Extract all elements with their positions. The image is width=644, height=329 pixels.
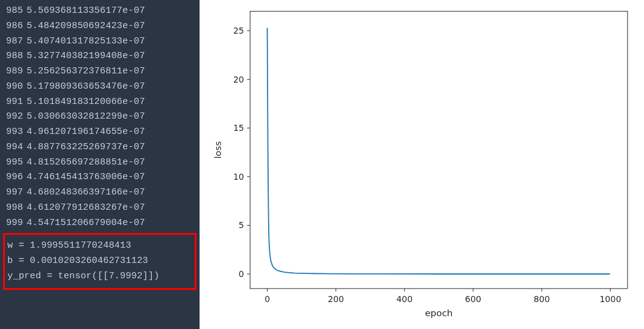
log-epoch: 999: [6, 216, 23, 231]
log-line: 9855.569368113356177e-07: [6, 4, 200, 19]
x-axis-label: epoch: [425, 308, 452, 319]
y-tick-label: 0: [239, 269, 244, 279]
log-epoch: 991: [6, 95, 23, 110]
log-loss-value: 4.887763225269737e-07: [27, 142, 145, 152]
y-axis-label: loss: [212, 141, 223, 159]
log-line: 9944.887763225269737e-07: [6, 140, 200, 155]
loss-curve: [268, 28, 610, 274]
y-tick-label: 20: [233, 75, 244, 84]
chart-panel: 020040060080010000510152025epochloss: [200, 0, 644, 329]
log-line: 9994.547151206679004e-07: [6, 216, 200, 231]
log-epoch: 996: [6, 170, 23, 185]
x-tick-label: 800: [534, 294, 550, 304]
log-epoch: 989: [6, 64, 23, 79]
x-tick-label: 200: [328, 294, 344, 304]
log-line: 9925.030663032812299e-07: [6, 109, 200, 125]
log-line: 9885.327740382199408e-07: [6, 49, 200, 64]
x-tick-label: 1000: [599, 294, 621, 304]
training-log: 9855.569368113356177e-079865.48420985069…: [0, 0, 200, 231]
log-epoch: 994: [6, 140, 23, 155]
y-tick-label: 15: [233, 123, 244, 133]
log-epoch: 997: [6, 185, 23, 201]
log-loss-value: 4.680248366397166e-07: [27, 187, 145, 198]
log-line: 9974.680248366397166e-07: [6, 185, 200, 201]
log-loss-value: 4.547151206679004e-07: [27, 218, 145, 228]
w-label: w =: [7, 240, 30, 251]
y-tick-label: 10: [233, 172, 244, 182]
log-epoch: 985: [6, 4, 23, 19]
log-epoch: 993: [6, 125, 23, 140]
w-value: 1.9995511770248413: [30, 240, 132, 251]
log-loss-value: 4.815265697288851e-07: [27, 157, 145, 168]
b-line: b = 0.0010203260462731123: [7, 254, 192, 269]
log-line: 9934.961207196174655e-07: [6, 125, 200, 140]
log-loss-value: 4.746145413763006e-07: [27, 172, 145, 182]
log-loss-value: 5.101849183120066e-07: [27, 97, 145, 107]
x-tick-label: 400: [397, 294, 413, 304]
chart-svg: 020040060080010000510152025epochloss: [203, 3, 641, 326]
ypred-label: y_pred =: [7, 271, 58, 281]
log-line: 9905.179809363653476e-07: [6, 79, 200, 95]
console-output-panel: 9855.569368113356177e-079865.48420985069…: [0, 0, 200, 329]
b-value: 0.0010203260462731123: [30, 256, 148, 266]
ypred-value: tensor([[7.9992]]): [58, 271, 160, 281]
x-tick-label: 0: [264, 294, 270, 304]
log-epoch: 988: [6, 49, 23, 64]
log-epoch: 995: [6, 155, 23, 171]
loss-chart: 020040060080010000510152025epochloss: [203, 3, 641, 326]
log-loss-value: 5.569368113356177e-07: [27, 6, 145, 16]
log-loss-value: 5.407401317825133e-07: [27, 36, 145, 46]
log-epoch: 986: [6, 19, 23, 34]
y-tick-label: 5: [239, 220, 244, 230]
log-epoch: 990: [6, 79, 23, 95]
log-loss-value: 5.256256372376811e-07: [27, 66, 145, 76]
log-line: 9954.815265697288851e-07: [6, 155, 200, 171]
log-line: 9915.101849183120066e-07: [6, 95, 200, 110]
log-loss-value: 4.961207196174655e-07: [27, 127, 145, 137]
log-epoch: 998: [6, 201, 23, 216]
y-tick-label: 25: [233, 26, 244, 35]
log-line: 9984.612077912683267e-07: [6, 201, 200, 216]
x-tick-label: 600: [465, 294, 482, 304]
plot-border: [250, 11, 628, 288]
log-line: 9865.484209850692423e-07: [6, 19, 200, 34]
w-line: w = 1.9995511770248413: [7, 238, 192, 254]
log-line: 9964.746145413763006e-07: [6, 170, 200, 185]
log-epoch: 987: [6, 34, 23, 50]
log-loss-value: 5.484209850692423e-07: [27, 21, 145, 31]
log-loss-value: 5.179809363653476e-07: [27, 81, 145, 92]
summary-box: w = 1.9995511770248413 b = 0.00102032604…: [3, 233, 197, 289]
log-loss-value: 4.612077912683267e-07: [27, 202, 145, 213]
log-loss-value: 5.030663032812299e-07: [27, 111, 145, 122]
log-line: 9875.407401317825133e-07: [6, 34, 200, 50]
log-line: 9895.256256372376811e-07: [6, 64, 200, 79]
log-epoch: 992: [6, 109, 23, 125]
log-loss-value: 5.327740382199408e-07: [27, 51, 145, 61]
b-label: b =: [7, 256, 30, 266]
ypred-line: y_pred = tensor([[7.9992]]): [7, 269, 192, 284]
